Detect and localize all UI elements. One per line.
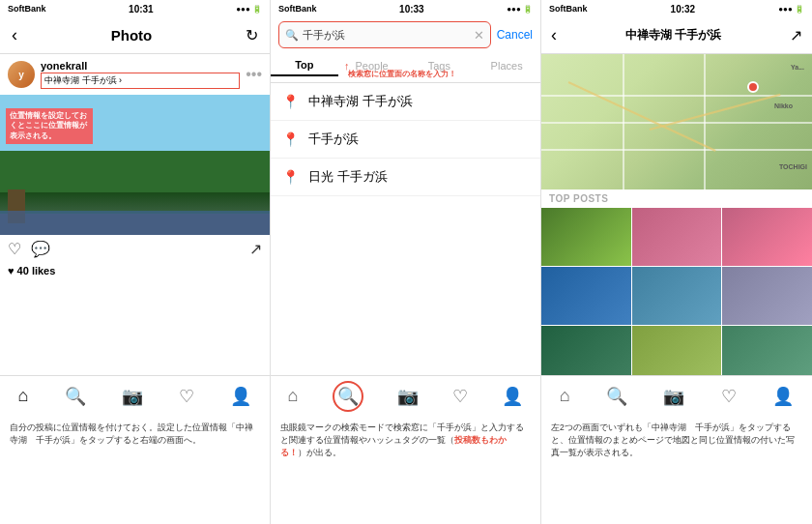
grid-cell-8[interactable] <box>722 326 812 375</box>
nav-heart-2[interactable]: ♡ <box>452 386 468 407</box>
caption-1: 自分の投稿に位置情報を付けておく。設定した位置情報「中禅寺湖 千手が浜」をタップ… <box>0 416 271 524</box>
map: Ya... Nikko TOCHIGI <box>541 54 812 189</box>
post-header-1: y yonekrall 中禅寺湖 千手が浜 › ••• <box>0 54 270 95</box>
search-results: 📍 中禅寺湖 千手が浜 📍 千手が浜 📍 日光 千手ガ浜 <box>271 83 540 375</box>
nav-heart-1[interactable]: ♡ <box>179 386 194 407</box>
grid-cell-1[interactable] <box>632 208 722 266</box>
nav-search-3[interactable]: 🔍 <box>606 386 627 407</box>
status-bar-1: SoftBank 10:31 ●●● 🔋 <box>0 0 270 17</box>
search-clear-button[interactable]: ✕ <box>474 28 484 43</box>
battery-1: ●●● 🔋 <box>236 5 262 14</box>
map-pin <box>747 81 759 93</box>
bottom-nav-2: ⌂ 🔍 📷 ♡ 👤 <box>271 375 540 416</box>
grid-cell-7[interactable] <box>632 326 722 375</box>
search-cancel-button[interactable]: Cancel <box>497 28 533 42</box>
nav-heart-3[interactable]: ♡ <box>721 386 737 407</box>
nav-person-3[interactable]: 👤 <box>772 386 794 407</box>
tab-top[interactable]: Top <box>271 59 338 76</box>
annotation-left: 位置情報を設定しておくとここに位置情報が表示される。 <box>6 108 93 144</box>
annotation-text-2: 検索窓に位置面の名称を入力！ <box>348 70 456 79</box>
screen2: SoftBank 10:33 ●●● 🔋 🔍 千手が浜 ✕ Cancel Top… <box>271 0 541 416</box>
carrier-2: SoftBank <box>278 4 317 14</box>
search-input-wrapper: 🔍 千手が浜 ✕ <box>278 21 491 48</box>
post-more-icon[interactable]: ••• <box>246 66 262 83</box>
map-label-nikko: Nikko <box>774 102 793 109</box>
pin-icon-1: 📍 <box>282 131 299 147</box>
search-text[interactable]: 千手が浜 <box>303 28 470 43</box>
post-image: 位置情報を設定しておくとここに位置情報が表示される。 <box>0 95 270 235</box>
pin-icon-2: 📍 <box>282 169 299 185</box>
result-text-1: 千手が浜 <box>308 131 359 148</box>
nav-person-2[interactable]: 👤 <box>502 386 523 407</box>
map-label-ya: Ya... <box>791 64 804 71</box>
nav-home-2[interactable]: ⌂ <box>288 386 299 406</box>
photo-grid <box>541 208 812 375</box>
grid-cell-6[interactable] <box>541 326 631 375</box>
post-user-info-1: yonekrall 中禅寺湖 千手が浜 › <box>41 60 240 89</box>
comment-icon[interactable]: 💬 <box>31 240 50 258</box>
carrier-1: SoftBank <box>8 4 46 14</box>
screen1: SoftBank 10:31 ●●● 🔋 ‹ Photo ↻ y yonekra… <box>0 0 271 416</box>
carrier-3: SoftBank <box>549 4 588 14</box>
caption-2: 虫眼鏡マークの検索モードで検索窓に「千手が浜」と入力すると関連する位置情報やハッ… <box>271 416 541 524</box>
share-icon[interactable]: ↗ <box>249 240 262 258</box>
post-actions: ♡ 💬 ↗ <box>0 235 270 263</box>
grid-cell-5[interactable] <box>722 267 812 325</box>
result-item-0[interactable]: 📍 中禅寺湖 千手が浜 <box>271 83 540 121</box>
grid-cell-4[interactable] <box>632 267 722 325</box>
nav-camera-2[interactable]: 📷 <box>397 386 419 407</box>
share-icon-3[interactable]: ↗ <box>790 26 802 44</box>
top-posts-label: TOP POSTS <box>541 189 812 208</box>
grid-cell-3[interactable] <box>541 267 631 325</box>
battery-3: ●●● 🔋 <box>778 5 804 14</box>
avatar-1: y <box>8 61 35 88</box>
screen1-title: Photo <box>111 27 153 44</box>
post-likes: ♥ 40 likes <box>0 263 270 278</box>
post-username: yonekrall <box>41 60 240 72</box>
battery-2: ●●● 🔋 <box>507 5 533 14</box>
time-2: 10:33 <box>399 4 424 15</box>
caption-highlight: 投稿数もわかる！ <box>280 435 507 457</box>
result-item-2[interactable]: 📍 日光 千手ガ浜 <box>271 159 540 196</box>
back-icon-1[interactable]: ‹ <box>12 25 17 45</box>
nav-person-1[interactable]: 👤 <box>230 386 251 407</box>
captions-row: 自分の投稿に位置情報を付けておく。設定した位置情報「中禅寺湖 千手が浜」をタップ… <box>0 416 812 524</box>
screen1-header: ‹ Photo ↻ <box>0 17 270 54</box>
screen3-header: ‹ 中禅寺湖 千手が浜 ↗ <box>541 17 812 54</box>
nav-home-3[interactable]: ⌂ <box>560 386 570 406</box>
grid-cell-2[interactable] <box>722 208 812 266</box>
like-icon[interactable]: ♡ <box>8 240 21 258</box>
tab-places[interactable]: Places <box>473 60 540 75</box>
nav-camera-3[interactable]: 📷 <box>663 386 684 407</box>
screen3-title: 中禅寺湖 千手が浜 <box>557 27 790 44</box>
map-label-tochigi: TOCHIGI <box>779 163 807 170</box>
nav-camera-1[interactable]: 📷 <box>122 386 143 407</box>
result-item-1[interactable]: 📍 千手が浜 <box>271 121 540 159</box>
screen3: SoftBank 10:32 ●●● 🔋 ‹ 中禅寺湖 千手が浜 ↗ Ya...… <box>541 0 812 416</box>
grid-cell-0[interactable] <box>541 208 631 266</box>
bottom-nav-3: ⌂ 🔍 📷 ♡ 👤 <box>541 375 812 416</box>
bottom-nav-1: ⌂ 🔍 📷 ♡ 👤 <box>0 375 270 416</box>
result-text-0: 中禅寺湖 千手が浜 <box>308 93 413 110</box>
nav-home-1[interactable]: ⌂ <box>18 386 29 406</box>
status-bar-3: SoftBank 10:32 ●●● 🔋 <box>541 0 812 17</box>
post-location[interactable]: 中禅寺湖 千手が浜 › <box>41 73 240 89</box>
time-3: 10:32 <box>671 4 696 15</box>
caption-3: 左2つの画面でいずれも「中禅寺湖 千手が浜」をタップすると、位置情報のまとめペー… <box>541 416 812 524</box>
nav-search-1[interactable]: 🔍 <box>65 386 86 407</box>
nav-search-2[interactable]: 🔍 <box>333 381 363 412</box>
search-bar: 🔍 千手が浜 ✕ Cancel <box>271 17 540 52</box>
status-bar-2: SoftBank 10:33 ●●● 🔋 <box>271 0 540 17</box>
search-magnify-icon: 🔍 <box>285 29 299 42</box>
result-text-2: 日光 千手ガ浜 <box>308 168 388 186</box>
refresh-icon-1[interactable]: ↻ <box>246 26 258 44</box>
time-1: 10:31 <box>129 4 154 15</box>
pin-icon-0: 📍 <box>282 94 299 109</box>
